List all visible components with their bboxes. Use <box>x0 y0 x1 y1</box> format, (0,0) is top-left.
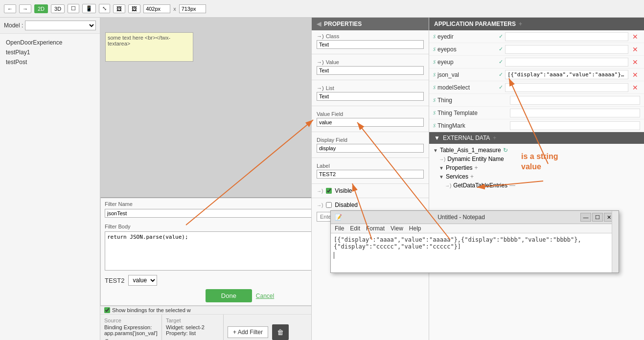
param-input-eyedir[interactable] <box>505 32 628 41</box>
props-collapse-icon[interactable]: ▼ <box>439 165 444 171</box>
cursor-icon: ↖ <box>104 336 158 340</box>
notepad-cursor <box>334 252 334 259</box>
tree-item-opendoor[interactable]: OpenDoorExperience <box>4 38 96 47</box>
services-collapse-icon[interactable]: ▼ <box>439 174 444 180</box>
undo-button[interactable]: ← <box>4 4 16 13</box>
image2-icon[interactable]: 🖼 <box>128 4 140 13</box>
label-input[interactable] <box>317 170 424 179</box>
param-s-icon-eyedir: 𝑆 <box>433 34 436 40</box>
param-check-jsonval: ✓ <box>499 71 503 78</box>
notepad-titlebar: 📝 Untitled - Notepad — ☐ ✕ <box>331 211 619 224</box>
disabled-checkbox[interactable] <box>326 202 332 208</box>
add-filter-button[interactable]: + Add Filter <box>228 326 268 338</box>
label-section: Label <box>312 160 429 181</box>
btn-3d[interactable]: 3D <box>51 4 65 13</box>
add-param-icon[interactable]: + <box>519 21 522 27</box>
add-property-icon[interactable]: + <box>475 164 478 171</box>
param-delete-eyeup[interactable]: ✕ <box>630 58 640 66</box>
notepad-content[interactable]: [{"display":"aaaa","value":"aaaaa"},{"di… <box>331 233 619 272</box>
param-s-icon-thingtemplate: 𝑆 <box>433 110 436 116</box>
value-field-input[interactable] <box>317 118 424 127</box>
phone-icon[interactable]: 📱 <box>82 4 96 13</box>
getentries-row: →) GetDataTableEntries — <box>429 181 644 190</box>
properties-title: PROPERTIES <box>324 21 362 27</box>
delete-filter-button[interactable]: 🗑 <box>272 324 289 340</box>
list-input[interactable] <box>317 92 424 101</box>
rect-icon[interactable]: ☐ <box>68 4 79 13</box>
filter-body-label: Filter Body <box>105 224 311 229</box>
tree-item-testpost[interactable]: testPost <box>4 57 96 67</box>
cancel-button[interactable]: Cancel <box>256 289 274 302</box>
model-dropdown[interactable] <box>25 21 96 30</box>
width-input[interactable] <box>143 4 170 13</box>
display-field-input[interactable] <box>317 144 424 153</box>
canvas-area[interactable]: some text here <br></twx-textarea> ▶ 0:0… <box>100 18 311 340</box>
param-delete-eyedir[interactable]: ✕ <box>630 33 640 41</box>
show-bindings-checkbox[interactable] <box>104 307 110 313</box>
filter-body-textarea[interactable]: return JSON.parse(value); <box>105 231 311 271</box>
target-section: Target Widget: select-2 Property: list <box>162 315 223 340</box>
notepad-controls: — ☐ ✕ <box>580 213 615 222</box>
table-refresh-icon[interactable]: ↻ <box>503 147 508 154</box>
param-delete-eyepos[interactable]: ✕ <box>630 45 640 53</box>
x-separator: x <box>173 6 176 12</box>
param-check-eyedir: ✓ <box>499 33 503 40</box>
disabled-row: →) Disabled <box>312 200 429 210</box>
param-input-thing[interactable] <box>510 96 640 105</box>
param-input-eyeup[interactable] <box>505 58 628 67</box>
redo-button[interactable]: → <box>19 4 31 13</box>
model-select-row: Model : <box>0 18 100 34</box>
left-tree: OpenDoorExperience testPlay1 testPost <box>0 34 100 340</box>
app-params-header: APPLICATION PARAMETERS + <box>429 18 644 30</box>
value-input[interactable] <box>317 66 424 75</box>
add-filter-area: + Add Filter 🗑 <box>223 315 311 340</box>
param-s-icon-thingmark: 𝑆 <box>433 123 436 129</box>
notepad-menu: File Edit Format View Help <box>331 224 619 233</box>
property-text: Property: list <box>166 330 219 336</box>
properties-row: ▼ Properties + <box>429 163 644 172</box>
class-arrow: →) <box>317 33 324 39</box>
param-row-eyedir: 𝑆 eyedir ✓ ✕ <box>429 30 644 43</box>
tree-item-testplay1[interactable]: testPlay1 <box>4 47 96 57</box>
arrows-icon[interactable]: ⤡ <box>99 4 110 13</box>
add-external-icon[interactable]: + <box>493 135 496 141</box>
target-label: Target <box>166 317 219 323</box>
notepad-menu-file[interactable]: File <box>335 225 344 232</box>
filter-name-input[interactable] <box>105 209 311 218</box>
ext-collapse-icon[interactable]: ▼ <box>434 135 440 141</box>
param-check-modelselect: ✓ <box>499 84 503 91</box>
add-service-icon[interactable]: + <box>470 173 474 180</box>
filter-actions: Done Cancel <box>101 287 311 305</box>
table-collapse-icon[interactable]: ▼ <box>433 148 438 153</box>
param-input-thingtemplate[interactable] <box>510 109 640 117</box>
notepad-menu-edit[interactable]: Edit <box>350 225 360 232</box>
remove-entry-icon[interactable]: — <box>509 182 515 189</box>
list-label: →) List <box>317 85 424 91</box>
notepad-scrollbar[interactable] <box>612 211 619 272</box>
param-input-eyepos[interactable] <box>505 45 628 54</box>
notepad-menu-format[interactable]: Format <box>366 225 385 232</box>
param-row-thingmark: 𝑆 ThingMark <box>429 119 644 132</box>
param-delete-jsonval[interactable]: ✕ <box>630 71 640 79</box>
done-button[interactable]: Done <box>206 289 252 302</box>
notepad-menu-view[interactable]: View <box>391 225 403 232</box>
class-input[interactable] <box>317 40 424 49</box>
notepad-menu-help[interactable]: Help <box>409 225 421 232</box>
visible-checkbox[interactable] <box>326 188 332 194</box>
widget-text: Widget: select-2 <box>166 324 219 330</box>
notepad-body: [{"display":"aaaa","value":"aaaaa"},{"di… <box>331 233 619 272</box>
param-delete-modelselect[interactable]: ✕ <box>630 84 640 91</box>
notepad-restore-button[interactable]: ☐ <box>592 213 603 222</box>
image1-icon[interactable]: 🖼 <box>113 4 125 13</box>
height-input[interactable] <box>179 4 206 13</box>
list-section: →) List <box>312 82 429 104</box>
param-input-thingmark[interactable] <box>510 121 640 130</box>
param-row-eyepos: 𝑆 eyepos ✓ ✕ <box>429 43 644 56</box>
test2-select[interactable]: value <box>128 275 157 286</box>
notepad-minimize-button[interactable]: — <box>580 213 591 222</box>
properties-header: ◀ PROPERTIES <box>312 18 429 30</box>
param-input-modelselect[interactable] <box>505 83 628 92</box>
getentries-arrow: →) <box>445 183 451 188</box>
label-label: Label <box>317 163 424 169</box>
btn-2d[interactable]: 2D <box>34 4 48 13</box>
